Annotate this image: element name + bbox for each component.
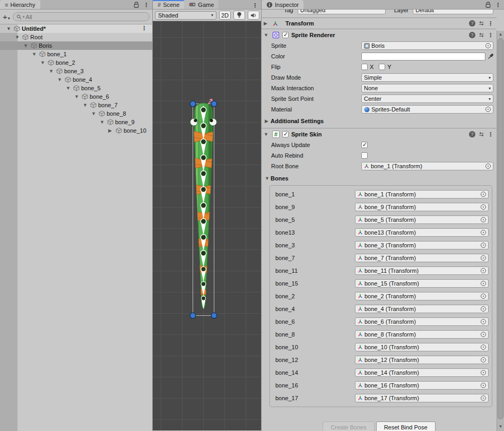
component-enabled-checkbox[interactable]	[282, 32, 289, 38]
hierarchy-row[interactable]: ▶ bone_10	[0, 126, 152, 135]
bones-foldout[interactable]: ▼ Bones	[262, 173, 497, 183]
hierarchy-row-scene[interactable]: ▼ Untitled* ⋮	[0, 24, 152, 33]
hierarchy-row[interactable]: ▼ bone_9	[0, 118, 152, 126]
object-picker-icon[interactable]	[481, 268, 486, 273]
object-picker-icon[interactable]	[481, 357, 486, 363]
bone-object-field[interactable]: bone_1 (Transform)	[355, 190, 489, 199]
hierarchy-menu-icon[interactable]: ⋮	[143, 2, 149, 7]
lock-icon[interactable]	[134, 2, 139, 8]
object-picker-icon[interactable]	[481, 319, 486, 324]
object-picker-icon[interactable]	[481, 306, 486, 312]
object-picker-icon[interactable]	[485, 163, 491, 169]
help-icon[interactable]: ?	[469, 131, 475, 137]
sort-point-dropdown[interactable]: Center ▾	[361, 94, 493, 103]
bone-object-field[interactable]: bone_12 (Transform)	[355, 356, 489, 364]
foldout-icon[interactable]: ▼	[83, 102, 89, 108]
foldout-icon[interactable]: ▼	[6, 26, 12, 31]
object-picker-icon[interactable]	[481, 217, 486, 222]
foldout-icon[interactable]: ▼	[32, 51, 38, 57]
object-picker-icon[interactable]	[481, 255, 486, 261]
foldout-icon[interactable]: ▼	[74, 94, 80, 99]
object-picker-icon[interactable]	[481, 294, 486, 299]
bone-object-field[interactable]: bone_6 (Transform)	[355, 317, 489, 326]
hierarchy-row[interactable]: ▼ bone_1	[0, 50, 152, 58]
object-picker-icon[interactable]	[481, 344, 486, 350]
layer-dropdown[interactable]: Default	[413, 10, 493, 14]
bone-object-field[interactable]: bone_3 (Transform)	[355, 241, 489, 249]
object-picker-icon[interactable]	[481, 395, 486, 401]
scroll-down-icon[interactable]: ▼	[497, 424, 504, 429]
auto-rebind-checkbox[interactable]	[361, 152, 368, 159]
component-menu-icon[interactable]: ⋮	[488, 132, 493, 137]
bone-object-field[interactable]: bone_16 (Transform)	[355, 381, 489, 390]
object-picker-icon[interactable]	[485, 107, 491, 112]
help-icon[interactable]: ?	[469, 32, 475, 38]
additional-settings-foldout[interactable]: ▶ Additional Settings	[262, 116, 497, 126]
tag-dropdown[interactable]: Untagged	[298, 10, 386, 14]
bone-object-field[interactable]: bone13 (Transform)	[355, 228, 489, 237]
foldout-icon[interactable]: ▼	[57, 77, 63, 82]
mask-interaction-dropdown[interactable]: None ▾	[361, 84, 493, 92]
foldout-icon[interactable]: ▼	[40, 60, 46, 65]
foldout-icon[interactable]: ▼	[264, 132, 270, 137]
presets-icon[interactable]	[478, 131, 485, 137]
shading-mode-dropdown[interactable]: Shaded ▾	[155, 11, 216, 20]
reset-bind-pose-button[interactable]: Reset Bind Pose	[376, 421, 436, 431]
toggle-2d-button[interactable]: 2D	[219, 11, 231, 20]
component-enabled-checkbox[interactable]	[282, 131, 289, 137]
sprite-renderer-header[interactable]: ▼ Sprite Renderer ? ⋮	[262, 29, 497, 40]
foldout-icon[interactable]: ▼	[23, 43, 29, 48]
help-icon[interactable]: ?	[469, 20, 475, 27]
create-bones-button[interactable]: Create Bones	[323, 421, 374, 431]
sprite-skin-header[interactable]: ▼ # Sprite Skin ? ⋮	[262, 128, 497, 140]
foldout-icon[interactable]: ▼	[15, 35, 21, 40]
flip-y-checkbox[interactable]	[379, 64, 385, 70]
bone-object-field[interactable]: bone_5 (Transform)	[355, 216, 489, 224]
hierarchy-row[interactable]: ▼ Boris	[0, 41, 152, 50]
hierarchy-row[interactable]: ▼ bone_6	[0, 92, 152, 101]
tab-hierarchy[interactable]: ≡ Hierarchy	[0, 0, 40, 9]
presets-icon[interactable]	[478, 32, 485, 38]
component-menu-icon[interactable]: ⋮	[488, 21, 493, 26]
tab-inspector[interactable]: Inspector	[262, 0, 303, 9]
bone-object-field[interactable]: bone_9 (Transform)	[355, 203, 489, 211]
presets-icon[interactable]	[478, 20, 485, 27]
object-picker-icon[interactable]	[481, 332, 486, 337]
inspector-menu-icon[interactable]: ⋮	[495, 2, 501, 7]
object-picker-icon[interactable]	[481, 204, 486, 210]
hierarchy-row[interactable]: ▼ bone_2	[0, 58, 152, 67]
foldout-icon[interactable]: ▼	[264, 32, 270, 38]
bone-object-field[interactable]: bone_17 (Transform)	[355, 394, 489, 402]
bone-object-field[interactable]: bone_8 (Transform)	[355, 330, 489, 339]
lock-icon[interactable]	[485, 2, 491, 8]
inspector-scrollbar[interactable]: ▲ ▼	[497, 31, 504, 431]
tab-game[interactable]: Game	[184, 0, 219, 9]
bone-object-field[interactable]: bone_11 (Transform)	[355, 266, 489, 275]
object-picker-icon[interactable]	[485, 43, 491, 48]
scene-viewport[interactable]	[153, 21, 261, 430]
object-picker-icon[interactable]	[481, 192, 486, 197]
tab-scene[interactable]: # Scene	[153, 0, 184, 9]
hierarchy-search-input[interactable]: ▾ All	[13, 12, 150, 21]
scene-lighting-button[interactable]	[233, 11, 245, 20]
foldout-icon[interactable]: ▼	[91, 111, 97, 116]
hierarchy-row[interactable]: ▼ bone_8	[0, 109, 152, 118]
foldout-icon[interactable]: ▼	[66, 85, 72, 91]
object-picker-icon[interactable]	[481, 243, 486, 248]
object-picker-icon[interactable]	[481, 230, 486, 235]
color-swatch[interactable]	[361, 53, 485, 61]
hierarchy-row[interactable]: ▼ bone_7	[0, 101, 152, 109]
scene-row-menu-icon[interactable]: ⋮	[141, 25, 147, 31]
scene-audio-button[interactable]	[248, 11, 259, 20]
sprite-object-field[interactable]: Boris	[361, 41, 493, 50]
scroll-up-icon[interactable]: ▲	[497, 32, 504, 37]
component-menu-icon[interactable]: ⋮	[488, 32, 493, 38]
foldout-icon[interactable]: ▶	[108, 128, 114, 133]
foldout-icon[interactable]: ▼	[100, 119, 106, 125]
create-object-button[interactable]: + ▾	[3, 12, 10, 21]
foldout-icon[interactable]: ▶	[264, 21, 270, 26]
bone-object-field[interactable]: bone_10 (Transform)	[355, 343, 489, 351]
material-object-field[interactable]: Sprites-Default	[361, 105, 493, 114]
bone-object-field[interactable]: bone_15 (Transform)	[355, 279, 489, 288]
scrollbar-thumb[interactable]	[498, 38, 503, 419]
